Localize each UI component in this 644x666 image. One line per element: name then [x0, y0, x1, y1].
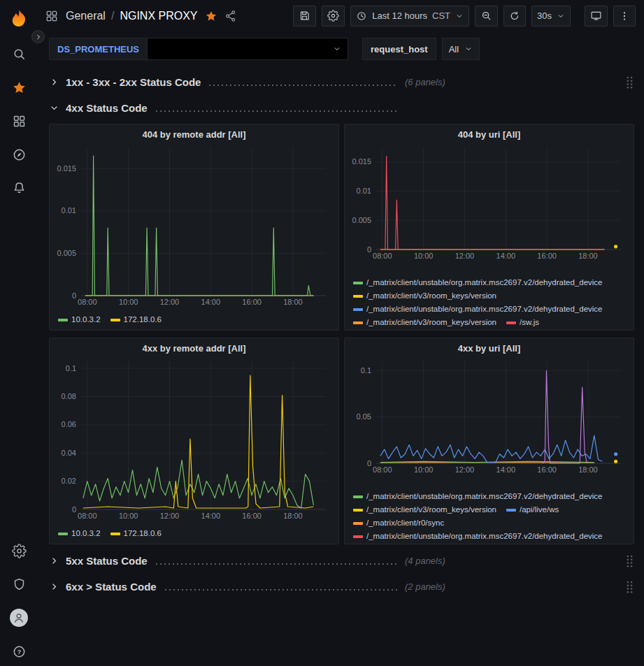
grafana-app: General / NGINX PROXY Last 12 hours CST	[0, 0, 644, 666]
panel-title[interactable]: 4xx by remote addr [All]	[50, 338, 338, 354]
chart-404-by-uri[interactable]: 08:0010:0012:0014:0016:0018:0000.0050.01…	[351, 142, 628, 261]
time-picker-button[interactable]: Last 12 hours CST	[350, 6, 469, 27]
panel-title[interactable]: 404 by uri [All]	[345, 124, 634, 140]
chevron-down-icon	[557, 12, 565, 20]
request-host-select[interactable]: All	[442, 38, 480, 60]
svg-text:0: 0	[366, 245, 371, 254]
grafana-logo[interactable]	[6, 6, 31, 31]
svg-text:0.1: 0.1	[65, 364, 76, 372]
legend-item[interactable]: /_matrix/client/unstable/org.matrix.msc2…	[353, 491, 603, 502]
svg-text:16:00: 16:00	[537, 465, 557, 474]
bell-icon	[12, 181, 27, 196]
favorite-star-icon[interactable]	[205, 10, 217, 22]
sidebar-expand-button[interactable]	[31, 30, 45, 43]
panel-404-by-uri: 404 by uri [All] 08:0010:0012:0014:0016:…	[344, 124, 634, 331]
sidebar-item-starred[interactable]	[9, 80, 29, 95]
refresh-interval-button[interactable]: 30s	[531, 6, 571, 27]
sidebar-item-dashboards[interactable]	[9, 113, 29, 129]
sidebar-bottom-nav	[9, 543, 29, 659]
row-drag-handle[interactable]	[625, 580, 634, 593]
svg-text:0.04: 0.04	[61, 449, 76, 457]
sidebar-item-profile[interactable]	[9, 610, 29, 625]
tv-mode-button[interactable]	[585, 6, 608, 27]
sidebar-item-explore[interactable]	[9, 147, 29, 162]
chart-4xx-by-uri[interactable]: 08:0010:0012:0014:0016:0018:0000.050.1	[351, 356, 628, 475]
legend-item[interactable]: /_matrix/client/unstable/org.matrix.msc2…	[353, 530, 603, 542]
chevron-down-icon	[464, 45, 473, 53]
time-range-label: Last 12 hours	[372, 10, 427, 21]
legend-item[interactable]: 10.0.3.2	[58, 314, 101, 326]
zoom-out-button[interactable]	[475, 6, 498, 27]
svg-text:0.06: 0.06	[61, 420, 76, 428]
legend-label: 172.18.0.6	[124, 314, 162, 326]
refresh-button[interactable]	[503, 6, 526, 27]
braille-dots-icon	[625, 554, 634, 567]
sidebar-item-server-admin[interactable]	[9, 577, 29, 592]
legend-swatch	[353, 321, 363, 324]
svg-text:10:00: 10:00	[413, 252, 433, 260]
dashboard-settings-button[interactable]	[322, 6, 345, 27]
svg-text:0.01: 0.01	[356, 187, 371, 195]
leader-dots	[155, 563, 398, 565]
apps-icon[interactable]	[45, 9, 59, 23]
panel-title[interactable]: 4xx by uri [All]	[345, 338, 634, 354]
dashboard-row-5xx[interactable]: 5xx Status Code (4 panels)	[49, 551, 634, 570]
dashboard-row-1xx-3xx-2xx[interactable]: 1xx - 3xx - 2xx Status Code (6 panels)	[49, 72, 634, 92]
svg-text:0: 0	[366, 459, 371, 468]
row-title: 5xx Status Code	[66, 555, 148, 567]
datasource-select[interactable]	[148, 38, 348, 60]
legend-item[interactable]: /_matrix/client/unstable/org.matrix.msc2…	[353, 303, 603, 315]
sidebar-item-search[interactable]	[9, 46, 29, 61]
sidebar-item-configuration[interactable]	[9, 543, 29, 558]
panel-count: (2 panels)	[405, 581, 445, 592]
variables-submenu: DS_PROMETHEUS request_host All	[38, 31, 644, 66]
row-drag-handle[interactable]	[625, 75, 634, 89]
legend-item[interactable]: 10.0.3.2	[58, 528, 101, 540]
legend-item[interactable]: /_matrix/client/v3/room_keys/version	[353, 290, 496, 302]
legend-item[interactable]: 172.18.0.6	[110, 528, 162, 540]
request-host-value: All	[449, 44, 459, 55]
legend-item[interactable]: 172.18.0.6	[110, 314, 162, 326]
chevron-down-icon	[333, 45, 341, 53]
panel-title[interactable]: 404 by remote addr [All]	[50, 124, 338, 140]
chevron-right-icon	[49, 581, 66, 592]
dashboard-toolbar: Last 12 hours CST 30s	[293, 6, 636, 27]
dashboard-row-4xx[interactable]: 4xx Status Code	[49, 98, 634, 117]
kebab-menu-button[interactable]	[613, 6, 636, 27]
svg-text:12:00: 12:00	[159, 512, 179, 520]
search-icon	[12, 47, 27, 61]
svg-text:0.015: 0.015	[352, 157, 371, 166]
clock-icon	[356, 10, 367, 22]
legend-label: /sw.js	[520, 317, 539, 328]
legend-item[interactable]: /_matrix/client/r0/sync	[353, 517, 444, 529]
dashboard-row-6xx[interactable]: 6xx > Status Code (2 panels)	[49, 577, 634, 596]
save-dashboard-button[interactable]	[293, 6, 316, 27]
chart-4xx-by-remote-addr[interactable]: 08:0010:0012:0014:0016:0018:0000.020.040…	[56, 356, 333, 521]
panel-grid: 404 by remote addr [All] 08:0010:0012:00…	[49, 124, 634, 544]
gear-icon	[327, 10, 339, 22]
legend-swatch	[353, 495, 363, 498]
legend-item[interactable]: /sw.js	[506, 317, 539, 328]
breadcrumb-section[interactable]: General	[66, 10, 106, 22]
chart-404-by-remote-addr[interactable]: 08:0010:0012:0014:0016:0018:0000.0050.01…	[56, 142, 333, 307]
refresh-icon	[509, 10, 520, 22]
dashboard-title[interactable]: NGINX PROXY	[120, 10, 197, 22]
legend-item[interactable]: /api/live/ws	[506, 504, 559, 516]
legend-item[interactable]: /_matrix/client/unstable/org.matrix.msc2…	[353, 277, 603, 289]
svg-text:0.01: 0.01	[61, 206, 76, 215]
row-drag-handle[interactable]	[625, 554, 634, 567]
svg-text:10:00: 10:00	[118, 298, 138, 306]
share-icon[interactable]	[224, 10, 237, 22]
variable-ds-prometheus: DS_PROMETHEUS	[49, 38, 348, 60]
panel-4xx-by-uri: 4xx by uri [All] 08:0010:0012:0014:0016:…	[344, 338, 634, 544]
legend-item[interactable]: /_matrix/client/v3/room_keys/version	[353, 317, 496, 328]
svg-text:0.015: 0.015	[57, 164, 76, 173]
svg-text:0: 0	[71, 291, 76, 300]
sidebar-item-help[interactable]	[9, 644, 29, 659]
variable-request-host: request_host All	[362, 38, 480, 60]
svg-text:08:00: 08:00	[373, 252, 392, 260]
legend-item[interactable]: /_matrix/client/v3/room_keys/version	[353, 504, 496, 516]
top-navbar: General / NGINX PROXY Last 12 hours CST	[38, 0, 644, 31]
sidebar-item-alerting[interactable]	[9, 180, 29, 196]
main-area: General / NGINX PROXY Last 12 hours CST	[38, 0, 644, 666]
